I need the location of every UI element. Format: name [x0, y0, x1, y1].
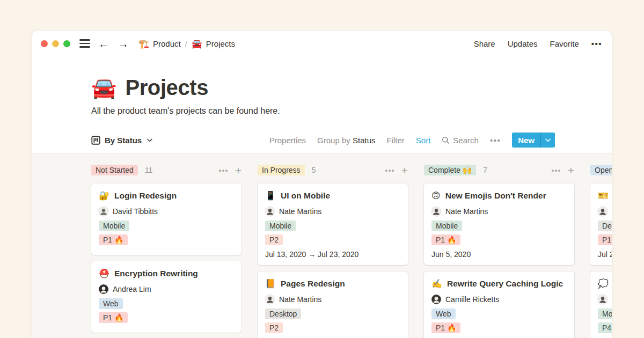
- column-not-started: Not Started 11 ••• + 🔐 Login Redesign Da…: [91, 164, 241, 338]
- avatar: [99, 284, 108, 294]
- column-more-icon[interactable]: •••: [219, 166, 229, 174]
- priority-chip: P1 🔥: [99, 312, 128, 323]
- new-button-label[interactable]: New: [512, 133, 540, 148]
- assignee-name: Nate Martins: [279, 207, 321, 216]
- filter-button[interactable]: Filter: [387, 136, 405, 145]
- column-count: 5: [312, 166, 316, 174]
- avatar: [598, 295, 608, 304]
- card-title: Pages Redesign: [281, 279, 345, 289]
- topbar-actions: Share Updates Favorite •••: [474, 39, 602, 48]
- ticket-icon: 🎫: [598, 192, 609, 200]
- breadcrumb-item-projects[interactable]: 🚘 Projects: [192, 39, 235, 49]
- assignee-name: Nate Martins: [279, 295, 321, 304]
- sort-button[interactable]: Sort: [416, 136, 431, 145]
- card-new-emojis-dont-render[interactable]: 🙃 New Emojis Don't Render Nate Martins M…: [424, 183, 574, 265]
- search-label: Search: [453, 136, 479, 145]
- tag-chip: Desktop: [265, 308, 301, 319]
- tag-chip: Mobile: [99, 221, 129, 231]
- page-icon-car[interactable]: 🚘: [91, 78, 116, 98]
- card-title: Rewrite Query Caching Logic: [447, 279, 563, 289]
- group-by-value: Status: [353, 136, 376, 145]
- view-selector[interactable]: By Status: [91, 136, 152, 145]
- board-view-icon: [91, 136, 100, 145]
- card-date: Jul 13, 2020 → Jul 23, 2020: [265, 250, 400, 259]
- tag-chip: Mobile: [265, 221, 296, 231]
- back-arrow-icon[interactable]: ←: [98, 38, 109, 49]
- avatar: [265, 207, 275, 216]
- favorite-button[interactable]: Favorite: [550, 39, 579, 48]
- card-title: Login Redesign: [114, 191, 177, 201]
- column-status-badge: Open: [590, 165, 612, 175]
- column-add-icon[interactable]: +: [401, 165, 408, 176]
- breadcrumb: 🏗️ Product / 🚘 Projects: [138, 39, 235, 49]
- window-controls: [41, 40, 70, 47]
- maximize-window-icon[interactable]: [63, 40, 70, 47]
- card-open-2[interactable]: 💭 C S Mobile P4: [590, 271, 612, 338]
- toolbar-more-icon[interactable]: •••: [490, 136, 501, 145]
- group-by-button[interactable]: Group by Status: [317, 136, 375, 145]
- mobile-phone-icon: 📱: [265, 192, 276, 200]
- minimize-window-icon[interactable]: [52, 40, 59, 47]
- column-status-badge: Not Started: [91, 165, 138, 175]
- share-button[interactable]: Share: [474, 39, 495, 48]
- card-rewrite-query-caching-logic[interactable]: ✍️ Rewrite Query Caching Logic Camille R…: [424, 271, 574, 338]
- column-status-badge: Complete 🙌: [424, 165, 476, 175]
- avatar: [99, 207, 108, 216]
- new-button-caret[interactable]: [540, 133, 555, 148]
- priority-chip: P1 🔥: [431, 234, 460, 245]
- orange-book-icon: 📙: [265, 280, 276, 288]
- column-status-badge: In Progress: [258, 165, 305, 175]
- priority-chip: P2: [265, 322, 283, 333]
- card-title: New Emojis Don't Render: [445, 191, 546, 201]
- card-login-redesign[interactable]: 🔐 Login Redesign David Tibbitts Mobile P…: [91, 183, 241, 255]
- column-add-icon[interactable]: +: [235, 165, 241, 176]
- search-button[interactable]: Search: [442, 136, 479, 145]
- avatar: [265, 295, 275, 304]
- priority-chip: P1 🔥: [598, 234, 612, 245]
- column-count: 7: [483, 166, 487, 174]
- construction-crane-icon: 🏗️: [138, 39, 149, 49]
- column-open: Open 🎫 P Nate Martins Desktop P1 🔥 Jul 2: [590, 164, 612, 338]
- new-button[interactable]: New: [512, 133, 555, 148]
- breadcrumb-separator: /: [185, 39, 187, 48]
- avatar: [431, 295, 441, 304]
- column-complete: Complete 🙌 7 ••• + 🙃 New Emojis Don't Re…: [424, 164, 574, 338]
- forward-arrow-icon[interactable]: →: [118, 38, 129, 49]
- thought-balloon-icon: 💭: [598, 280, 609, 288]
- chevron-down-icon: [545, 138, 551, 142]
- priority-chip: P2: [265, 234, 283, 245]
- card-encryption-rewriting[interactable]: ⛑️ Encryption Rewriting Andrea Lim Web P…: [91, 261, 241, 333]
- search-icon: [442, 136, 450, 144]
- card-title: UI on Mobile: [281, 191, 330, 201]
- upside-down-face-icon: 🙃: [431, 192, 441, 200]
- more-options-icon[interactable]: •••: [591, 39, 602, 48]
- card-ui-on-mobile[interactable]: 📱 UI on Mobile Nate Martins Mobile P2 Ju…: [258, 183, 408, 265]
- column-more-icon[interactable]: •••: [385, 166, 395, 174]
- priority-chip: P4: [598, 322, 612, 333]
- locked-with-key-icon: 🔐: [99, 192, 109, 200]
- close-window-icon[interactable]: [41, 40, 48, 47]
- tag-chip: Mobile: [431, 221, 462, 231]
- breadcrumb-item-product[interactable]: 🏗️ Product: [138, 39, 181, 49]
- assignee-name: Andrea Lim: [113, 285, 151, 293]
- kanban-board: Not Started 11 ••• + 🔐 Login Redesign Da…: [32, 153, 612, 338]
- updates-button[interactable]: Updates: [508, 39, 538, 48]
- writing-hand-icon: ✍️: [431, 280, 442, 288]
- card-open-1[interactable]: 🎫 P Nate Martins Desktop P1 🔥 Jul 2: [590, 183, 612, 265]
- properties-button[interactable]: Properties: [269, 136, 306, 145]
- card-date: Jun 5, 2020: [431, 250, 567, 259]
- priority-chip: P1 🔥: [99, 234, 128, 245]
- app-window: ← → 🏗️ Product / 🚘 Projects Share Update…: [32, 31, 612, 338]
- column-count: 11: [145, 166, 153, 174]
- assignee-name: Camille Ricketts: [445, 295, 499, 304]
- column-add-icon[interactable]: +: [568, 165, 574, 176]
- priority-chip: P1 🔥: [431, 322, 460, 333]
- tag-chip: Mobile: [598, 308, 612, 319]
- column-more-icon[interactable]: •••: [552, 166, 561, 174]
- card-pages-redesign[interactable]: 📙 Pages Redesign Nate Martins Desktop P2: [258, 271, 408, 338]
- menu-icon[interactable]: [79, 39, 90, 47]
- card-title: Encryption Rewriting: [114, 269, 198, 278]
- group-by-label: Group by: [317, 136, 350, 145]
- tag-chip: Web: [99, 298, 123, 309]
- column-in-progress: In Progress 5 ••• + 📱 UI on Mobile Nate …: [258, 164, 408, 338]
